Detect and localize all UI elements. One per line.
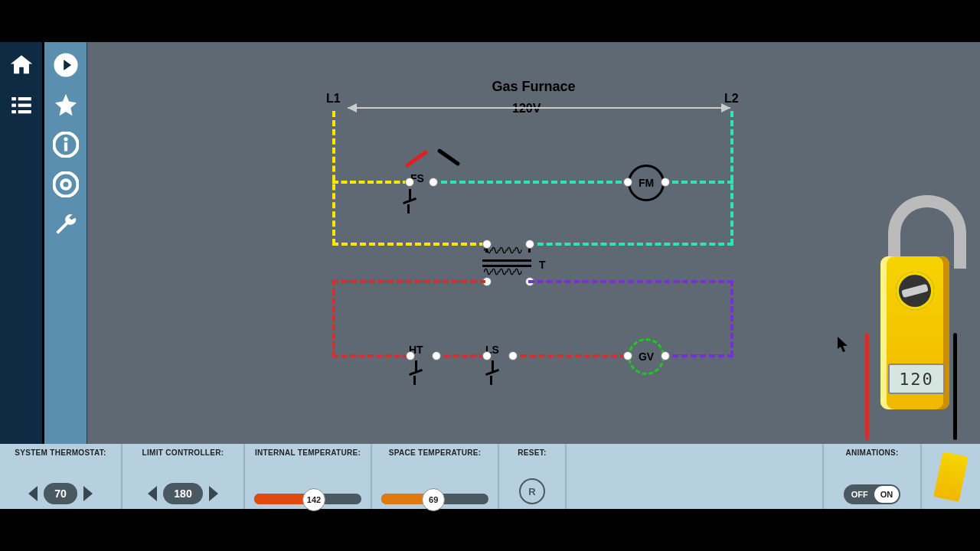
- clamp-meter[interactable]: 120: [865, 195, 957, 440]
- space-temp-slider[interactable]: 69: [381, 494, 488, 504]
- app-frame: Gas Furnace L1 L2 120V FS FM: [0, 42, 980, 509]
- wire[interactable]: [730, 280, 733, 357]
- list-icon[interactable]: [6, 90, 37, 120]
- fs-contact-arm2[interactable]: [437, 148, 461, 167]
- toolstrip-secondary: [44, 42, 87, 444]
- play-circle-icon[interactable]: [51, 50, 81, 80]
- meter-reading: 120: [888, 364, 945, 394]
- meter-dial[interactable]: [896, 272, 934, 310]
- svg-point-5: [61, 180, 70, 188]
- wire[interactable]: [432, 181, 631, 184]
- svg-point-3: [64, 137, 67, 141]
- wire[interactable]: [332, 111, 335, 245]
- internal-temp-slider[interactable]: 142: [254, 494, 361, 504]
- thermostat-increase[interactable]: [83, 486, 93, 501]
- meter-tool-panel: [922, 444, 980, 509]
- thermostat-decrease[interactable]: [28, 486, 38, 501]
- transformer-label: T: [539, 259, 546, 271]
- target-icon[interactable]: [51, 169, 81, 200]
- wrench-icon[interactable]: [51, 209, 81, 240]
- wire[interactable]: [332, 243, 485, 246]
- info-icon[interactable]: [51, 129, 81, 160]
- voltage-label: 120V: [512, 102, 541, 116]
- animations-off[interactable]: OFF: [845, 486, 874, 503]
- internal-temp-panel: INTERNAL TEMPERATURE: 142: [245, 444, 372, 509]
- internal-temp-knob[interactable]: 142: [302, 488, 325, 511]
- thermostat-panel: SYSTEM THERMOSTAT: 70: [0, 444, 122, 509]
- star-icon[interactable]: [51, 90, 81, 120]
- fan-motor[interactable]: FM: [628, 165, 665, 201]
- wire[interactable]: [663, 181, 733, 184]
- wire[interactable]: [730, 111, 733, 245]
- gas-valve[interactable]: GV: [628, 338, 665, 375]
- wire[interactable]: [332, 280, 335, 357]
- mouse-cursor: [838, 337, 848, 352]
- limit-decrease[interactable]: [148, 486, 157, 501]
- wire[interactable]: [528, 243, 733, 246]
- wire[interactable]: [332, 181, 409, 184]
- meter-tool-icon[interactable]: [933, 452, 969, 502]
- animations-panel: ANIMATIONS: OFF ON: [822, 444, 922, 509]
- circuit-diagram: Gas Furnace L1 L2 120V FS FM: [87, 42, 980, 444]
- ht-switch[interactable]: [409, 360, 423, 383]
- voltage-arrow: [348, 107, 730, 109]
- wire[interactable]: [511, 354, 626, 357]
- thermostat-value: 70: [44, 483, 77, 504]
- fs-contact-arm[interactable]: [405, 150, 429, 168]
- wire[interactable]: [332, 280, 485, 283]
- toolstrip-primary: [0, 42, 44, 444]
- home-icon[interactable]: [6, 50, 37, 80]
- limit-value: 180: [163, 483, 202, 504]
- limit-increase[interactable]: [209, 486, 218, 501]
- transformer[interactable]: [482, 249, 531, 279]
- meter-probe-red[interactable]: [865, 333, 869, 440]
- ls-switch[interactable]: [485, 360, 499, 383]
- reset-button[interactable]: R: [519, 478, 545, 504]
- wire[interactable]: [528, 280, 733, 283]
- meter-probe-black[interactable]: [953, 333, 957, 440]
- terminal-l1: L1: [326, 92, 341, 106]
- reset-panel: RESET: R: [499, 444, 567, 509]
- wire[interactable]: [663, 354, 733, 357]
- animations-on[interactable]: ON: [874, 486, 900, 503]
- animations-toggle[interactable]: OFF ON: [844, 484, 901, 504]
- wire[interactable]: [435, 354, 485, 357]
- space-temp-knob[interactable]: 69: [422, 488, 445, 511]
- limit-panel: LIMIT CONTROLLER: 180: [122, 444, 245, 509]
- diagram-title: Gas Furnace: [87, 79, 980, 95]
- svg-point-4: [54, 172, 77, 196]
- svg-rect-2: [64, 142, 67, 151]
- space-temp-panel: SPACE TEMPERATURE: 69: [372, 444, 499, 509]
- bottom-control-bar: SYSTEM THERMOSTAT: 70 LIMIT CONTROLLER: …: [0, 444, 980, 509]
- wire[interactable]: [332, 354, 409, 357]
- fs-switch[interactable]: [403, 189, 416, 212]
